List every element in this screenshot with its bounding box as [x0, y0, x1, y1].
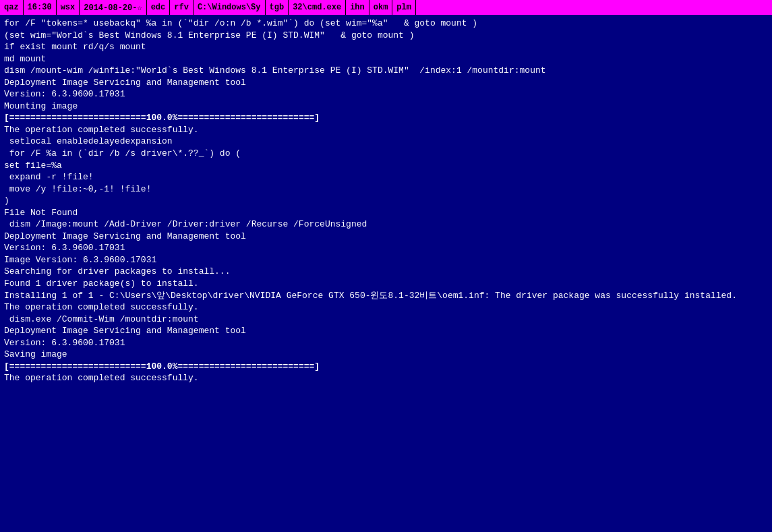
- terminal-line: File Not Found: [4, 207, 768, 219]
- terminal-line: if exist mount rd/q/s mount: [4, 41, 768, 53]
- terminal-line: ): [4, 195, 768, 207]
- terminal-line: The operation completed successfully.: [4, 372, 768, 384]
- terminal-line: The operation completed successfully.: [4, 301, 768, 314]
- terminal-line: for /F "tokens=* usebackq" %a in (`"dir …: [4, 18, 768, 30]
- taskbar-label-time: 16:30: [28, 3, 52, 12]
- terminal-window: for /F "tokens=* usebackq" %a in (`"dir …: [0, 15, 772, 532]
- taskbar-item-time[interactable]: 16:30: [24, 0, 57, 15]
- taskbar-item-edc[interactable]: edc: [147, 0, 171, 15]
- taskbar-label-okm: okm: [374, 3, 388, 12]
- taskbar-item-rfv[interactable]: rfv: [170, 0, 194, 15]
- terminal-line: Version: 6.3.9600.17031: [4, 88, 768, 100]
- taskbar-label-wsx: wsx: [61, 3, 76, 12]
- taskbar-item-plm[interactable]: plm: [392, 0, 416, 15]
- terminal-line: set file=%a: [4, 160, 768, 172]
- taskbar-label-path: C:\Windows\Sy: [198, 3, 261, 12]
- terminal-line: expand -r !file!: [4, 171, 768, 183]
- terminal-line: move /y !file:~0,-1! !file!: [4, 183, 768, 196]
- taskbar-label-plm: plm: [396, 3, 411, 12]
- taskbar-label-ihn: ihn: [350, 3, 365, 12]
- terminal-line: [==========================100.0%=======…: [4, 112, 768, 124]
- terminal-line: setlocal enabledelayedexpansion: [4, 136, 768, 148]
- taskbar-label-date: 2014-08-20-☆: [84, 3, 142, 13]
- terminal-line: dism /mount-wim /winfile:"World`s Best W…: [4, 65, 768, 77]
- terminal-line: Searching for driver packages to install…: [4, 266, 768, 278]
- taskbar-item-ihn[interactable]: ihn: [346, 0, 369, 15]
- taskbar-item-okm[interactable]: okm: [369, 0, 393, 15]
- terminal-line: md mount: [4, 53, 768, 65]
- taskbar-item-path: C:\Windows\Sy: [194, 0, 266, 15]
- terminal-line: dism /Image:mount /Add-Driver /Driver:dr…: [4, 218, 768, 231]
- terminal-line: Mounting image: [4, 100, 768, 113]
- taskbar-item-date[interactable]: 2014-08-20-☆: [80, 0, 146, 15]
- taskbar-item-tgb[interactable]: tgb: [266, 0, 289, 15]
- terminal-line: (set wim="World`s Best Windows 8.1 Enter…: [4, 30, 768, 42]
- taskbar-item-qaz[interactable]: qaz: [0, 0, 24, 15]
- taskbar-item-wsx[interactable]: wsx: [57, 0, 80, 15]
- taskbar-label-rfv: rfv: [174, 3, 189, 12]
- terminal-line: dism.exe /Commit-Wim /mountdir:mount: [4, 314, 768, 326]
- taskbar-label-edc: edc: [151, 3, 166, 12]
- terminal-line: Installing 1 of 1 - C:\Users\앞\Desktop\d…: [4, 290, 768, 302]
- terminal-line: Deployment Image Servicing and Managemen…: [4, 325, 768, 337]
- taskbar: qaz 16:30 wsx 2014-08-20-☆ edc rfv C:\Wi…: [0, 0, 772, 15]
- terminal-line: Deployment Image Servicing and Managemen…: [4, 77, 768, 89]
- terminal-line: The operation completed successfully.: [4, 124, 768, 136]
- terminal-line: Version: 6.3.9600.17031: [4, 242, 768, 254]
- terminal-line: Found 1 driver package(s) to install.: [4, 278, 768, 290]
- taskbar-label-qaz: qaz: [4, 3, 19, 12]
- terminal-line: Version: 6.3.9600.17031: [4, 337, 768, 349]
- terminal-line: Image Version: 6.3.9600.17031: [4, 254, 768, 266]
- terminal-line: for /F %a in (`dir /b /s driver\*.??_`) …: [4, 148, 768, 160]
- taskbar-label-cmd: 32\cmd.exe: [293, 3, 341, 12]
- terminal-line: Deployment Image Servicing and Managemen…: [4, 231, 768, 243]
- terminal-line: [==========================100.0%=======…: [4, 361, 768, 373]
- terminal-line: Saving image: [4, 349, 768, 361]
- taskbar-label-tgb: tgb: [270, 3, 285, 12]
- taskbar-item-cmd: 32\cmd.exe: [289, 0, 346, 15]
